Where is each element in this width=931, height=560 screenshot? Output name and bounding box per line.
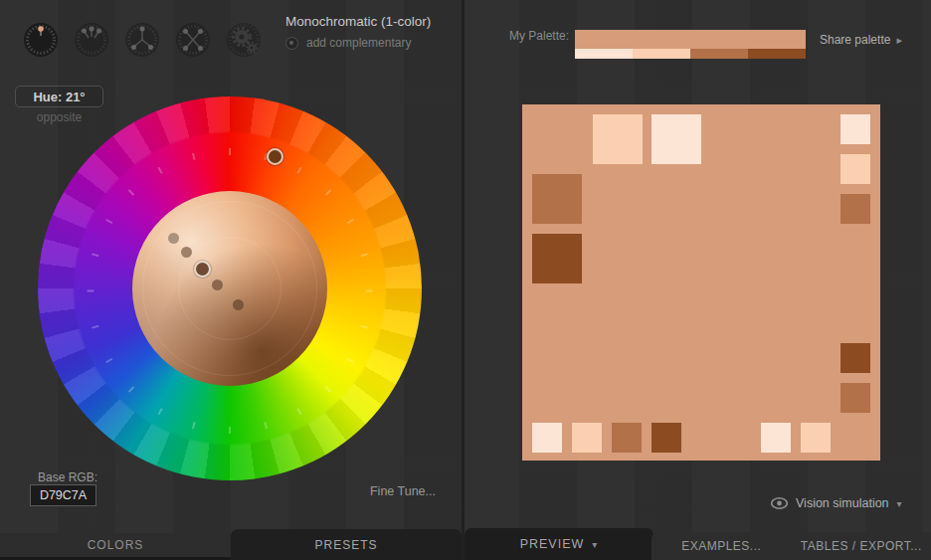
preview-swatch — [840, 343, 870, 373]
my-palette-label: My Palette: — [494, 29, 569, 43]
add-complementary-row: add complementary — [285, 36, 431, 50]
wheel-tick — [105, 358, 112, 363]
preview-swatch — [840, 154, 870, 184]
add-complementary-radio[interactable] — [285, 37, 298, 50]
freestyle-gear-icon[interactable] — [226, 22, 262, 58]
preview-swatch — [532, 423, 562, 453]
hue-marker[interactable] — [267, 148, 283, 165]
palette-segment — [690, 49, 748, 59]
wheel-tick — [325, 189, 331, 195]
preview-swatch — [761, 423, 791, 453]
wheel-tick — [366, 290, 373, 292]
base-rgb-input[interactable] — [30, 484, 96, 506]
scheme-title: Monochromatic (1-color) — [285, 14, 431, 29]
wheel-tick — [192, 422, 196, 429]
add-complementary-label: add complementary — [306, 36, 411, 50]
hue-value-box[interactable]: Hue: 21° — [15, 86, 103, 107]
wheel-tick — [361, 253, 368, 257]
wheel-tick — [92, 325, 98, 329]
share-palette-label: Share palette — [820, 33, 890, 47]
vision-simulation-label: Vision simulation — [796, 496, 889, 510]
wheel-tick — [157, 408, 162, 415]
color-preview-canvas — [522, 104, 880, 461]
monochromatic-scheme-icon[interactable] — [23, 22, 59, 58]
variant-dot-selected[interactable] — [196, 263, 209, 276]
preview-swatch — [840, 194, 870, 224]
palette-variant-band — [575, 49, 806, 59]
preview-swatch — [572, 423, 602, 453]
share-palette-link[interactable]: Share palette▸ — [820, 33, 902, 47]
preview-swatch — [652, 114, 701, 164]
wheel-tick — [361, 325, 368, 329]
preview-swatch — [840, 383, 870, 413]
variant-dot[interactable] — [212, 280, 223, 290]
triad-scheme-icon[interactable] — [124, 22, 160, 58]
wheel-tick — [296, 408, 301, 415]
scheme-type-row — [23, 22, 262, 58]
palette-base-band — [575, 30, 806, 49]
tab-examples[interactable]: EXAMPLES... — [652, 532, 792, 560]
right-tab-strip: EXAMPLES... TABLES / EXPORT... — [652, 532, 931, 560]
wheel-tick — [296, 167, 301, 174]
fine-tune-link[interactable]: Fine Tune... — [370, 484, 436, 498]
tab-preview[interactable]: PREVIEW ▾ — [465, 528, 653, 560]
preview-swatch — [593, 114, 643, 164]
preview-swatch — [612, 423, 642, 453]
variant-dot[interactable] — [168, 233, 179, 244]
vision-caret-icon: ▾ — [897, 498, 902, 509]
tab-presets[interactable]: PRESETS — [231, 529, 462, 560]
wheel-tick — [88, 290, 94, 292]
preview-swatch — [532, 234, 582, 283]
variant-dot[interactable] — [181, 247, 192, 258]
wheel-tick — [229, 148, 231, 155]
wheel-tick — [264, 422, 268, 429]
palette-segment — [633, 49, 690, 59]
scheme-panel: Monochromatic (1-color) add complementar… — [0, 0, 462, 560]
wheel-tick — [347, 219, 354, 224]
eye-icon — [771, 497, 788, 509]
brightness-saturation-sphere[interactable] — [132, 191, 327, 386]
opposite-label[interactable]: opposite — [15, 110, 103, 124]
color-wheel[interactable] — [38, 96, 422, 480]
wheel-tick — [128, 386, 134, 392]
preview-swatch — [652, 423, 681, 453]
base-rgb-label: Base RGB: — [38, 470, 97, 484]
wheel-tick — [92, 253, 98, 257]
preview-swatch — [801, 423, 831, 453]
adjacent-scheme-icon[interactable] — [74, 22, 109, 58]
scheme-info: Monochromatic (1-color) add complementar… — [285, 14, 431, 50]
left-tab-strip: COLORS — [0, 533, 231, 557]
preview-swatch — [840, 114, 870, 144]
preview-swatch — [532, 174, 582, 224]
wheel-tick — [192, 153, 196, 160]
wheel-tick — [157, 167, 162, 174]
tetrad-scheme-icon[interactable] — [175, 22, 211, 58]
share-arrow-icon: ▸ — [896, 34, 902, 46]
wheel-tick — [105, 219, 112, 224]
tab-preview-label: PREVIEW — [520, 537, 585, 551]
palette-strip[interactable] — [575, 30, 806, 59]
preview-panel: My Palette: Share palette▸ Vision simula… — [465, 0, 931, 560]
wheel-tick — [325, 386, 331, 392]
wheel-tick — [128, 189, 134, 195]
tab-colors[interactable]: COLORS — [0, 533, 231, 557]
wheel-tick — [229, 427, 231, 434]
variant-dot[interactable] — [233, 299, 244, 310]
preview-caret-icon: ▾ — [592, 539, 598, 550]
vision-simulation-control[interactable]: Vision simulation ▾ — [771, 496, 902, 510]
palette-segment — [748, 49, 806, 59]
palette-segment — [575, 49, 633, 59]
wheel-tick — [347, 358, 354, 363]
tab-tables-export[interactable]: TABLES / EXPORT... — [792, 532, 931, 560]
